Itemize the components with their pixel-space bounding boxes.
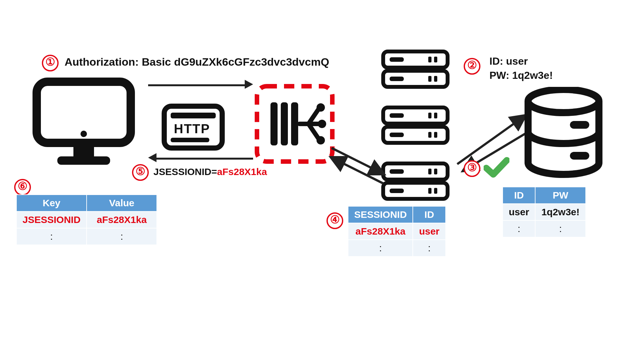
step-6: ⑥ bbox=[14, 179, 31, 196]
step-5: ⑤ JSESSIONID=aFs28X1ka bbox=[132, 164, 267, 181]
db-th-pw: PW bbox=[535, 187, 585, 204]
ck-r0-v: aFs28X1ka bbox=[87, 211, 157, 228]
step-2-badge: ② bbox=[464, 58, 480, 75]
arrow-request bbox=[148, 84, 245, 86]
svg-rect-2 bbox=[73, 146, 94, 156]
check-icon bbox=[484, 156, 509, 179]
http-text: HTTP bbox=[174, 122, 210, 136]
db-th-id: ID bbox=[503, 187, 535, 204]
svg-rect-32 bbox=[428, 169, 431, 174]
ck-r1-k: : bbox=[16, 228, 87, 245]
svg-rect-25 bbox=[434, 113, 437, 118]
svg-rect-16 bbox=[428, 57, 431, 62]
step-3-badge: ③ bbox=[464, 160, 480, 177]
ck-th-key: Key bbox=[16, 195, 87, 211]
svg-rect-9 bbox=[281, 102, 288, 145]
arrow-request-head bbox=[245, 80, 253, 89]
sess-r0-v: user bbox=[413, 223, 445, 240]
step-4: ④ bbox=[327, 212, 343, 229]
sess-r0-k: aFs28X1ka bbox=[348, 223, 413, 240]
db-r1-k: : bbox=[503, 220, 535, 237]
step-5-badge: ⑤ bbox=[132, 164, 149, 181]
svg-rect-33 bbox=[434, 169, 437, 174]
monitor-icon bbox=[32, 77, 135, 171]
svg-rect-20 bbox=[428, 76, 431, 82]
svg-rect-27 bbox=[390, 133, 404, 137]
svg-rect-44 bbox=[570, 152, 589, 160]
ck-r1-v: : bbox=[87, 228, 157, 245]
step-1: ① Authorization: Basic dG9uZXk6cGFzc3dvc… bbox=[42, 55, 329, 71]
svg-point-11 bbox=[317, 103, 325, 112]
database-icon bbox=[522, 87, 605, 180]
ck-th-val: Value bbox=[87, 195, 157, 211]
database bbox=[522, 87, 605, 181]
sess-th-sid: SESSIONID bbox=[348, 206, 413, 223]
step-2-text: ID: user PW: 1q2w3e! bbox=[489, 54, 553, 82]
svg-rect-19 bbox=[390, 77, 404, 81]
check-mark bbox=[484, 156, 509, 180]
step-4-badge: ④ bbox=[327, 212, 343, 229]
sess-r1-v: : bbox=[413, 240, 445, 256]
cookie-table-wrap: Key Value JSESSIONID aFs28X1ka : : bbox=[16, 194, 157, 245]
svg-rect-6 bbox=[171, 138, 209, 142]
db-table: ID PW user 1q2w3e! : : bbox=[502, 187, 586, 237]
sess-th-id: ID bbox=[413, 206, 445, 223]
svg-rect-24 bbox=[428, 113, 431, 118]
step-5-value: aFs28X1ka bbox=[217, 166, 267, 177]
svg-point-12 bbox=[318, 120, 326, 128]
auth-session-flow-diagram: ① Authorization: Basic dG9uZXk6cGFzc3dvc… bbox=[0, 0, 644, 362]
step-1-badge: ① bbox=[42, 55, 59, 71]
ck-r0-k: JSESSIONID bbox=[16, 211, 87, 228]
http-badge: HTTP bbox=[161, 103, 225, 153]
cookie-table: Key Value JSESSIONID aFs28X1ka : : bbox=[16, 194, 157, 245]
sess-r1-k: : bbox=[348, 240, 413, 256]
step-2-pw: PW: 1q2w3e! bbox=[489, 68, 553, 82]
svg-rect-5 bbox=[171, 113, 216, 118]
arrow-response-head bbox=[148, 153, 156, 162]
svg-rect-43 bbox=[570, 121, 589, 129]
db-table-wrap: ID PW user 1q2w3e! : : bbox=[502, 187, 586, 237]
svg-point-42 bbox=[528, 89, 599, 113]
svg-point-1 bbox=[80, 131, 87, 137]
svg-rect-23 bbox=[390, 113, 404, 118]
svg-rect-36 bbox=[428, 188, 431, 194]
step-5-prefix: JSESSIONID= bbox=[153, 166, 217, 177]
svg-rect-37 bbox=[434, 188, 437, 194]
arrow-response bbox=[156, 158, 253, 160]
step-1-label: Authorization: Basic dG9uZXk6cGFzc3dvc3d… bbox=[64, 56, 329, 68]
server-1 bbox=[380, 48, 451, 91]
svg-rect-29 bbox=[434, 132, 437, 138]
server-icon bbox=[380, 48, 451, 90]
db-r1-v: : bbox=[535, 220, 585, 237]
svg-rect-28 bbox=[428, 132, 431, 138]
svg-rect-21 bbox=[434, 76, 437, 82]
session-table: SESSIONID ID aFs28X1ka user : : bbox=[348, 206, 446, 257]
db-r0-k: user bbox=[503, 204, 535, 220]
arrow-lb-server bbox=[322, 138, 393, 193]
svg-rect-8 bbox=[270, 102, 278, 145]
step-6-badge: ⑥ bbox=[14, 179, 31, 196]
session-table-wrap: SESSIONID ID aFs28X1ka user : : bbox=[348, 206, 446, 257]
client-monitor bbox=[32, 77, 135, 172]
step-3: ③ bbox=[464, 160, 480, 177]
svg-rect-3 bbox=[57, 156, 110, 165]
svg-rect-15 bbox=[390, 57, 404, 62]
svg-rect-10 bbox=[291, 102, 298, 145]
svg-rect-17 bbox=[434, 57, 437, 62]
step-2: ② bbox=[464, 58, 480, 75]
step-2-id: ID: user bbox=[489, 54, 553, 68]
db-r0-v: 1q2w3e! bbox=[535, 204, 585, 220]
